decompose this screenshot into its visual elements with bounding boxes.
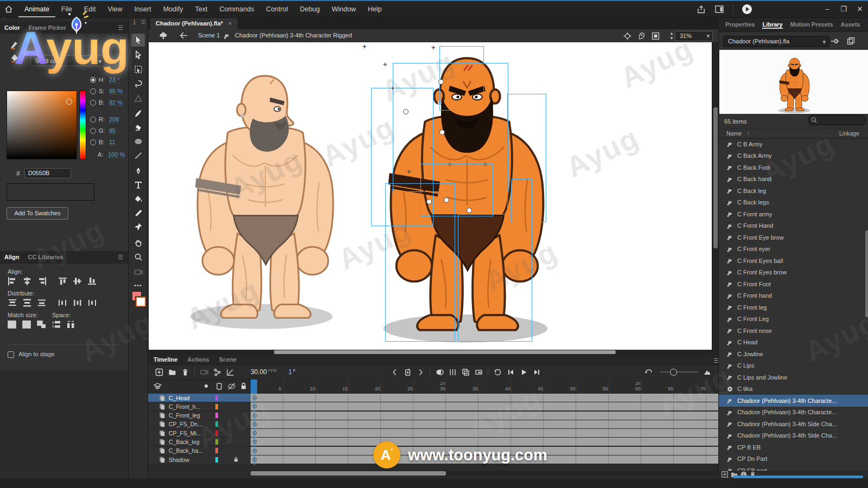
align-bottom-button[interactable]	[87, 277, 97, 285]
hand-tool[interactable]	[131, 236, 145, 249]
library-item-name[interactable]: C Front Foot	[737, 281, 771, 287]
slider-knob[interactable]	[670, 369, 677, 376]
library-item-name[interactable]: C Back Foot	[737, 164, 770, 171]
library-item[interactable]: C Back Foot	[719, 162, 868, 174]
radio-b[interactable]	[90, 100, 96, 106]
layer-outline-color[interactable]	[215, 439, 218, 445]
loop-icon[interactable]	[491, 367, 504, 377]
color-picker-handle[interactable]	[66, 99, 72, 105]
library-item-name[interactable]: C tika	[737, 386, 752, 392]
stage-h-scrollbar[interactable]	[148, 350, 712, 355]
panel-menu-icon[interactable]: ☰	[118, 254, 124, 261]
hex-input[interactable]: D0550B	[24, 168, 71, 178]
selection-tool[interactable]	[131, 34, 145, 47]
library-item[interactable]: C Front Foot	[719, 278, 868, 290]
back-arrow-icon[interactable]	[180, 32, 188, 39]
distribute-left-button[interactable]	[58, 299, 68, 307]
library-item[interactable]: CP B EB	[719, 441, 868, 453]
library-item[interactable]: C B Army	[719, 138, 868, 150]
library-item[interactable]: C Front nose	[719, 325, 868, 337]
paint-bucket-tool[interactable]	[131, 192, 145, 206]
highlight-column-icon[interactable]	[205, 384, 208, 388]
graph-editor-icon[interactable]	[224, 367, 237, 377]
pin-library-icon[interactable]	[831, 37, 839, 45]
frames-grid[interactable]	[251, 394, 718, 464]
radio-s[interactable]	[90, 88, 96, 94]
menu-help[interactable]: Help	[362, 1, 388, 17]
library-item-name[interactable]: Chadoor (Pehlvaan) 3-4th Characte...	[737, 397, 837, 404]
zoom-stepper[interactable]: ▲▼	[669, 31, 674, 41]
transform-origin-point[interactable]	[426, 199, 432, 204]
library-item-name[interactable]: C Lips	[737, 362, 754, 369]
scrollbar-thumb[interactable]	[251, 471, 446, 476]
library-v-scrollbar[interactable]	[865, 138, 868, 464]
menu-text[interactable]: Text	[189, 1, 214, 17]
frame-row[interactable]	[251, 402, 718, 410]
library-item-name[interactable]: C Front nose	[737, 328, 772, 334]
tools-menu-icon[interactable]: ☰	[141, 20, 145, 25]
space-vertical-button[interactable]	[52, 320, 62, 329]
library-item[interactable]: Chadoor (Pehlvaan) 3-4th Side Cha...	[719, 418, 868, 430]
insert-marker-icon[interactable]	[401, 367, 414, 377]
menu-debug[interactable]: Debug	[294, 1, 326, 17]
step-back-icon[interactable]	[388, 367, 401, 377]
library-item-name[interactable]: C Back Army	[737, 152, 772, 159]
selection-box-back-leg[interactable]	[458, 214, 532, 342]
frame-row[interactable]	[251, 420, 718, 428]
scrollbar-thumb[interactable]	[274, 350, 616, 354]
lock-icon[interactable]	[233, 457, 239, 463]
space-horizontal-button[interactable]	[67, 320, 76, 329]
sort-ascending-icon[interactable]: ↑	[747, 130, 750, 136]
library-item-name[interactable]: C Fornt army	[737, 211, 772, 217]
more-tools-icon[interactable]: •••	[131, 279, 145, 292]
menu-file[interactable]: File	[55, 1, 78, 17]
distribute-bottom-button[interactable]	[37, 299, 47, 307]
text-tool[interactable]	[131, 178, 145, 191]
document-tab[interactable]: Chadoor (Pehlvaan).fla* ×	[150, 17, 238, 29]
scrollbar-thumb[interactable]	[713, 107, 718, 248]
transform-origin-point[interactable]	[403, 109, 409, 114]
frame-row[interactable]	[251, 412, 718, 420]
match-both-button[interactable]	[37, 320, 47, 329]
layer-outline-color[interactable]	[215, 448, 218, 453]
layer-outline-color[interactable]	[215, 457, 218, 463]
selection-box-front-leg[interactable]	[385, 183, 455, 342]
library-item[interactable]: C Front hand	[719, 290, 868, 302]
library-item[interactable]: Chadoor (Pehlvaan) 3-4th Side Cha...	[719, 430, 868, 442]
oval-tool[interactable]	[131, 135, 145, 148]
radio-h[interactable]	[90, 77, 96, 83]
frame-row[interactable]	[251, 429, 718, 437]
distribute-middle-button[interactable]	[22, 299, 32, 307]
library-item-name[interactable]: C Back leg	[737, 188, 766, 194]
layer-outline-color[interactable]	[215, 404, 218, 409]
library-item-name[interactable]: C Front Eye brow	[737, 234, 784, 241]
step-back-frame-icon[interactable]	[504, 367, 517, 377]
menu-window[interactable]: Window	[326, 1, 362, 17]
column-name[interactable]: Name	[726, 130, 742, 137]
eyedropper-tool[interactable]	[131, 207, 145, 220]
align-center-h-button[interactable]	[22, 277, 32, 285]
library-item-name[interactable]: C Front hand	[737, 292, 772, 299]
tab-cc-libraries[interactable]: CC Libraries	[28, 254, 63, 260]
rotation-icon[interactable]	[637, 32, 646, 40]
new-symbol-icon[interactable]	[722, 471, 728, 478]
distribute-center-h-button[interactable]	[73, 299, 82, 307]
close-tab-icon[interactable]: ×	[228, 20, 232, 27]
test-movie-icon[interactable]	[740, 3, 754, 15]
frame-span-icon[interactable]	[472, 367, 485, 377]
layer-outline-color[interactable]	[215, 421, 218, 427]
column-linkage[interactable]: Linkage	[839, 130, 859, 137]
menu-modify[interactable]: Modify	[157, 1, 189, 17]
breadcrumb-scene[interactable]: Scene 1	[198, 32, 220, 38]
layer-row-shadow[interactable]: Shadow	[148, 455, 251, 464]
distribute-right-button[interactable]	[87, 299, 97, 307]
camera-tool[interactable]	[131, 266, 145, 279]
playhead-marker[interactable]	[251, 380, 257, 394]
library-item-name[interactable]: Chadoor (Pehlvaan) 3-4th Side Cha...	[737, 421, 837, 427]
tab-properties[interactable]: Properties	[725, 21, 755, 28]
library-search-input[interactable]	[808, 115, 866, 125]
step-forward-frame-icon[interactable]	[530, 367, 543, 377]
library-item[interactable]: C tika	[719, 383, 868, 395]
library-item[interactable]: C Back leg	[719, 185, 868, 197]
asset-warp-pin-tool[interactable]	[131, 220, 145, 233]
